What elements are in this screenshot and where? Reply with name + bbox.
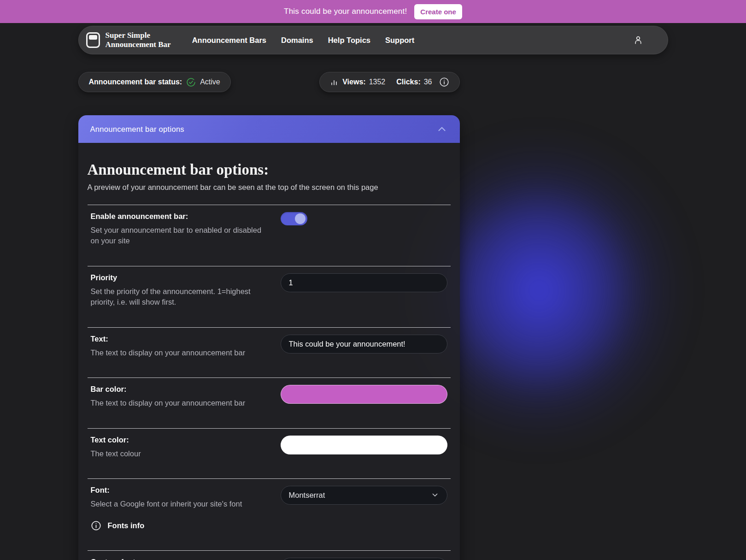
main-nav: Super Simple Announcement Bar Announceme… bbox=[78, 26, 668, 54]
status-value: Active bbox=[200, 78, 220, 86]
enable-desc: Set your announcement bar to enabled or … bbox=[91, 225, 266, 247]
logo-text: Super Simple Announcement Bar bbox=[106, 31, 171, 49]
clicks-value: 36 bbox=[424, 78, 432, 86]
priority-desc: Set the priority of the announcement. 1=… bbox=[91, 286, 266, 308]
text-color-input[interactable] bbox=[281, 436, 447, 454]
fonts-info-link[interactable]: Fonts info bbox=[91, 520, 266, 531]
nav-item-domains[interactable]: Domains bbox=[281, 36, 313, 45]
info-icon bbox=[91, 520, 101, 531]
row-enable-announcement-bar: Enable announcement bar: Set your announ… bbox=[88, 205, 451, 266]
priority-input[interactable] bbox=[281, 273, 447, 292]
announcement-text-input[interactable] bbox=[281, 335, 447, 354]
announcement-bar-logo-icon bbox=[86, 32, 100, 48]
create-one-button[interactable]: Create one bbox=[414, 4, 462, 19]
font-select-value: Montserrat bbox=[289, 491, 325, 500]
info-icon[interactable] bbox=[439, 77, 449, 87]
text-color-label: Text color: bbox=[91, 436, 266, 444]
options-card-header-label: Announcement bar options bbox=[90, 125, 184, 134]
page-subtitle: A preview of your announcement bar can b… bbox=[88, 183, 451, 192]
stats-pill: Views: 1352 Clicks: 36 bbox=[319, 72, 459, 92]
bar-color-input[interactable] bbox=[281, 385, 447, 404]
status-label: Announcement bar status: bbox=[89, 78, 182, 86]
font-select[interactable]: Montserrat bbox=[281, 486, 447, 505]
bar-color-desc: The text to display on your announcement… bbox=[91, 398, 266, 408]
announcement-bar-preview: This could be your announcement! Create … bbox=[0, 0, 746, 23]
check-circle-icon bbox=[186, 77, 196, 87]
status-row: Announcement bar status: Active Views: 1… bbox=[78, 72, 460, 92]
page-title: Announcement bar options: bbox=[88, 161, 451, 178]
text-desc: The text to display on your announcement… bbox=[91, 348, 266, 358]
text-label: Text: bbox=[91, 335, 266, 343]
row-text-color: Text color: The text colour bbox=[88, 428, 451, 478]
views-label: Views: bbox=[342, 78, 365, 86]
nav-item-support[interactable]: Support bbox=[385, 36, 414, 45]
text-color-desc: The text colour bbox=[91, 448, 266, 459]
logo[interactable]: Super Simple Announcement Bar bbox=[86, 31, 171, 49]
row-priority: Priority Set the priority of the announc… bbox=[88, 266, 451, 327]
enable-toggle[interactable] bbox=[281, 212, 307, 225]
custom-font-input[interactable] bbox=[281, 558, 447, 560]
user-account-button[interactable] bbox=[633, 35, 644, 46]
custom-font-label: Custom font: bbox=[91, 558, 266, 560]
row-custom-font: Custom font: Enter a custom font name th… bbox=[88, 550, 451, 560]
font-desc: Select a Google font or inherit your sit… bbox=[91, 499, 266, 509]
toggle-knob bbox=[295, 213, 305, 224]
row-bar-color: Bar color: The text to display on your a… bbox=[88, 377, 451, 428]
chevron-down-icon bbox=[431, 491, 439, 499]
nav-items: Announcement Bars Domains Help Topics Su… bbox=[192, 36, 415, 45]
options-card-header[interactable]: Announcement bar options bbox=[78, 115, 460, 143]
options-card-body: Announcement bar options: A preview of y… bbox=[78, 143, 460, 560]
font-label: Font: bbox=[91, 486, 266, 495]
clicks-label: Clicks: bbox=[396, 78, 420, 86]
row-text: Text: The text to display on your announ… bbox=[88, 327, 451, 377]
announcement-preview-text: This could be your announcement! bbox=[284, 7, 407, 16]
row-font: Font: Select a Google font or inherit yo… bbox=[88, 478, 451, 550]
options-card: Announcement bar options Announcement ba… bbox=[78, 115, 460, 560]
priority-label: Priority bbox=[91, 273, 266, 282]
bar-chart-icon bbox=[330, 78, 338, 86]
chevron-up-icon[interactable] bbox=[436, 123, 448, 135]
status-pill: Announcement bar status: Active bbox=[78, 72, 231, 92]
enable-label: Enable announcement bar: bbox=[91, 212, 266, 221]
nav-item-help-topics[interactable]: Help Topics bbox=[328, 36, 370, 45]
nav-item-announcement-bars[interactable]: Announcement Bars bbox=[192, 36, 266, 45]
fonts-info-label: Fonts info bbox=[108, 521, 145, 530]
bar-color-label: Bar color: bbox=[91, 385, 266, 394]
user-icon bbox=[633, 35, 644, 46]
views-value: 1352 bbox=[369, 78, 386, 86]
